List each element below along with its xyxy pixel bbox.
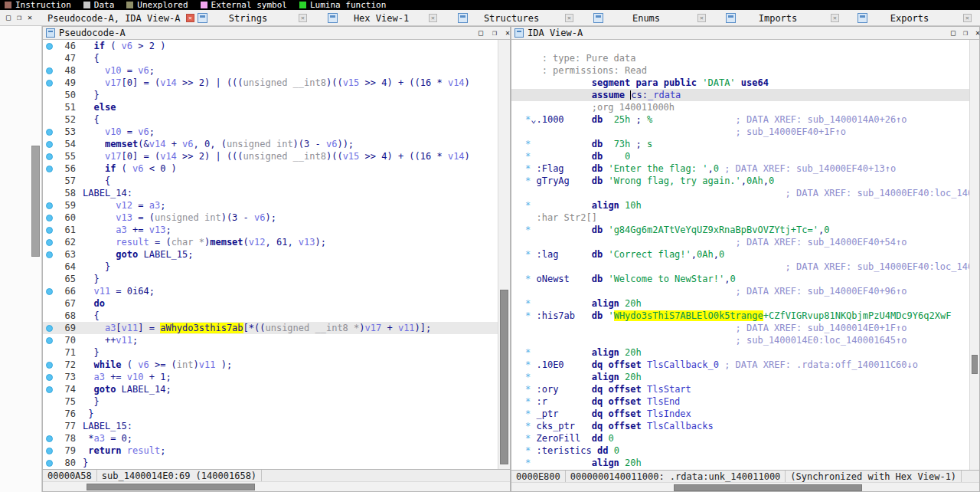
- tab-close-icon[interactable]: ✕: [565, 14, 573, 22]
- asm-line[interactable]: * .10E0 dq offset TlsCallback_0 ; DATA X…: [511, 359, 979, 371]
- breakpoint-dot[interactable]: [46, 43, 53, 50]
- breakpoint-dot[interactable]: [46, 153, 53, 160]
- asm-line[interactable]: * :Flag db 'Enter the flag: ',0 ; DATA X…: [511, 162, 979, 175]
- asm-line[interactable]: *⌄.1000 db 25h ; % ; DATA XREF: sub_1400…: [511, 113, 979, 126]
- asm-line[interactable]: * db 73h ; s: [511, 138, 979, 150]
- pseudocode-line[interactable]: 79 return result;: [43, 444, 510, 457]
- asm-line[interactable]: assume cs:_rdata: [511, 89, 979, 101]
- pseudocode-line[interactable]: 48 v10 = v6;: [43, 64, 510, 77]
- breakpoint-dot[interactable]: [46, 202, 53, 209]
- asm-line[interactable]: * :teristics dd 0: [511, 444, 979, 457]
- pseudocode-line[interactable]: 74 goto LABEL_14;: [43, 383, 510, 395]
- pseudocode-line[interactable]: 67 do: [43, 297, 510, 310]
- asm-line[interactable]: * align 20h: [511, 297, 979, 310]
- asm-line[interactable]: * align 20h: [511, 346, 979, 359]
- tab-imports[interactable]: Imports: [759, 13, 798, 24]
- tab-structures[interactable]: Structures: [484, 13, 539, 24]
- ida-view-hscrollbar[interactable]: [511, 482, 979, 491]
- maximize-icon[interactable]: □: [475, 28, 486, 38]
- asm-line[interactable]: ; DATA XREF: sub_14000EF40:loc_14000EFA7…: [511, 187, 979, 199]
- asm-line[interactable]: : permissions: Read: [511, 64, 979, 77]
- asm-line[interactable]: ; DATA XREF: sub_14000EF40+96↑o: [511, 285, 979, 297]
- pseudocode-line[interactable]: 80}: [43, 457, 510, 469]
- tab-close-icon[interactable]: ✕: [429, 14, 437, 22]
- asm-line[interactable]: [511, 40, 979, 52]
- tab-close-icon[interactable]: ✕: [697, 14, 706, 22]
- tab-exports[interactable]: Exports: [890, 13, 929, 24]
- breakpoint-dot[interactable]: [46, 460, 53, 467]
- pseudocode-hscroll-thumb[interactable]: [87, 484, 255, 490]
- asm-line[interactable]: * :ory dq offset TlsStart: [511, 383, 979, 395]
- pseudocode-line[interactable]: 78 *a3 = 0;: [43, 432, 510, 444]
- pseudocode-line[interactable]: 59 v12 = a3;: [43, 199, 510, 212]
- asm-line[interactable]: * align 10h: [511, 199, 979, 212]
- asm-line[interactable]: * :r dq offset TlsEnd: [511, 395, 979, 408]
- pseudocode-line[interactable]: 75 }: [43, 395, 510, 408]
- breakpoint-dot[interactable]: [46, 386, 53, 393]
- pseudocode-line[interactable]: 77LABEL_15:: [43, 420, 510, 432]
- ida-view-hscroll-thumb[interactable]: [674, 484, 862, 491]
- asm-line[interactable]: ; sub_1400014E0:loc_140001645↑o: [511, 334, 979, 346]
- tab-hex-view-1[interactable]: Hex View-1: [354, 13, 409, 24]
- pseudocode-title-bar[interactable]: Pseudocode-A □ ❐ ✕: [43, 27, 510, 40]
- pseudocode-hscrollbar[interactable]: [43, 481, 510, 491]
- pseudocode-line[interactable]: 55 v17[0] = (v14 >> 2) | (((unsigned __i…: [43, 150, 510, 162]
- pseudocode-line[interactable]: 54 memset(&v14 + v6, 0, (unsigned int)(3…: [43, 138, 510, 150]
- tab-close-icon[interactable]: ✕: [299, 14, 307, 22]
- tab-enums[interactable]: Enums: [632, 13, 660, 24]
- tab-close-icon[interactable]: ✕: [831, 14, 839, 22]
- asm-line[interactable]: * oNewst db 'Welcome to NewStar!',0: [511, 273, 979, 285]
- pseudocode-line[interactable]: 64 }: [43, 261, 510, 273]
- breakpoint-dot[interactable]: [46, 215, 53, 221]
- tab-pseudocode-a-ida-view-a[interactable]: Pseudocode-A, IDA View-A: [47, 13, 180, 24]
- breakpoint-dot[interactable]: [46, 288, 53, 295]
- pseudocode-line[interactable]: 66 v11 = 0i64;: [43, 285, 510, 297]
- asm-line[interactable]: * _ptr dq offset TlsIndex: [511, 408, 979, 420]
- left-gutter-scrollbar[interactable]: [31, 146, 40, 257]
- breakpoint-dot[interactable]: [46, 141, 53, 148]
- asm-line[interactable]: ;org 140011000h: [511, 101, 979, 113]
- breakpoint-dot[interactable]: [46, 239, 53, 246]
- asm-line[interactable]: : type: Pure data: [511, 52, 979, 64]
- strings-tab-icon[interactable]: [198, 13, 207, 23]
- pseudocode-line[interactable]: 56 if ( v6 < 0 ): [43, 162, 510, 175]
- hex-view-1-tab-icon[interactable]: [328, 13, 338, 23]
- asm-line[interactable]: :har Str2[]: [511, 212, 979, 224]
- pseudocode-line[interactable]: 52 {: [43, 113, 510, 126]
- maximize-icon[interactable]: □: [948, 28, 959, 38]
- breakpoint-dot[interactable]: [46, 80, 53, 87]
- pseudocode-line[interactable]: 62 result = (char *)memset(v12, 61, v13)…: [43, 236, 510, 248]
- pseudocode-line[interactable]: 65 }: [43, 273, 510, 285]
- pseudocode-line[interactable]: 76 }: [43, 408, 510, 420]
- ida-view-title-bar[interactable]: IDA View-A □ ❐ ✕: [511, 27, 979, 40]
- asm-line[interactable]: * db 0: [511, 150, 979, 162]
- pseudocode-line[interactable]: 53 v10 = v6;: [43, 126, 510, 138]
- breakpoint-dot[interactable]: [46, 337, 53, 344]
- breakpoint-dot[interactable]: [46, 362, 53, 369]
- pseudocode-line[interactable]: 49 v17[0] = (v14 >> 2) | (((unsigned __i…: [43, 77, 510, 89]
- asm-line[interactable]: ; DATA XREF: sub_14000EF40+54↑o: [511, 236, 979, 248]
- tab-strings[interactable]: Strings: [229, 13, 268, 24]
- pseudocode-line[interactable]: 46 if ( v6 > 2 ): [43, 40, 510, 52]
- pseudocode-line[interactable]: 51 else: [43, 101, 510, 113]
- pseudocode-line[interactable]: 47 {: [43, 52, 510, 64]
- pseudocode-line[interactable]: 73 a3 += v10 + 1;: [43, 371, 510, 383]
- breakpoint-dot[interactable]: [46, 448, 53, 454]
- tab-close-icon[interactable]: ✕: [186, 14, 194, 22]
- asm-line[interactable]: * :lag db 'Correct flag!',0Ah,0: [511, 248, 979, 261]
- asm-line[interactable]: * align 20h: [511, 457, 979, 469]
- breakpoint-dot[interactable]: [46, 129, 53, 136]
- pseudocode-line[interactable]: 72 while ( v6 >= (int)v11 );: [43, 359, 510, 371]
- asm-line[interactable]: * align 20h: [511, 371, 979, 383]
- breakpoint-dot[interactable]: [46, 67, 53, 74]
- close-icon[interactable]: ✕: [972, 28, 980, 38]
- asm-line[interactable]: * db 'g84Gg6m2ATtVeYqUZ9xRnaBpBvOVZYtj+T…: [511, 224, 979, 236]
- breakpoint-dot[interactable]: [46, 325, 53, 332]
- pseudocode-line[interactable]: 69 a3[v11] = aWhydo3sthis7ab[*((unsigned…: [43, 322, 510, 334]
- asm-line[interactable]: * :his7ab db 'WHydo3sThiS7ABLElO0k5trang…: [511, 310, 979, 322]
- pseudocode-vscrollbar[interactable]: [498, 40, 510, 469]
- breakpoint-dot[interactable]: [46, 251, 53, 258]
- pseudocode-line[interactable]: 70 ++v11;: [43, 334, 510, 346]
- asm-line[interactable]: ; DATA XREF: sub_14000EF40:loc_14000EFCA…: [511, 261, 979, 273]
- pseudocode-vscroll-thumb[interactable]: [500, 290, 508, 464]
